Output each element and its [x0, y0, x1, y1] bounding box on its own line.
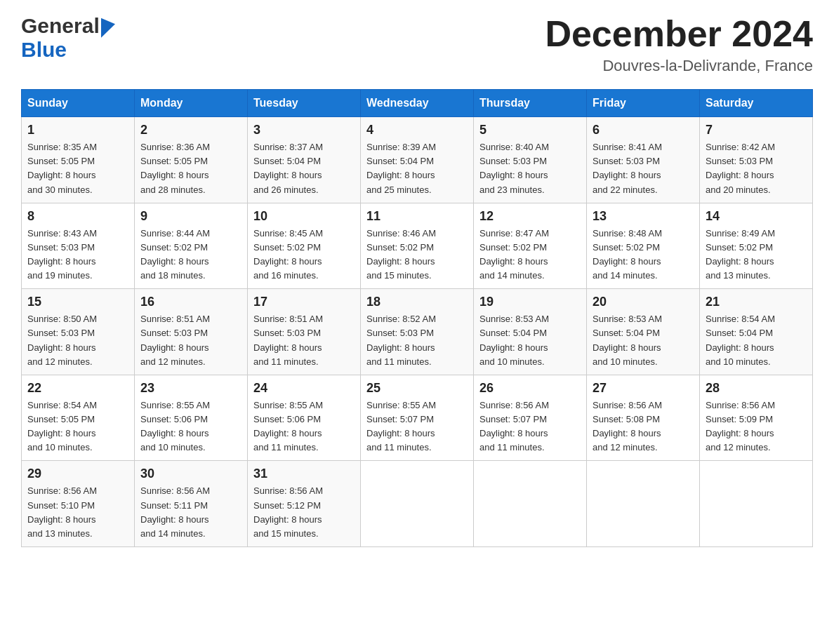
day-number: 2: [140, 123, 241, 137]
logo: General Blue: [21, 14, 115, 62]
day-info: Sunrise: 8:36 AMSunset: 5:05 PMDaylight:…: [140, 140, 241, 197]
day-number: 27: [593, 381, 694, 396]
calendar-cell: 17Sunrise: 8:51 AMSunset: 5:03 PMDayligh…: [248, 289, 361, 375]
day-number: 13: [593, 209, 694, 224]
day-info: Sunrise: 8:55 AMSunset: 5:07 PMDaylight:…: [366, 398, 468, 455]
day-info: Sunrise: 8:46 AMSunset: 5:02 PMDaylight:…: [366, 227, 468, 283]
day-number: 22: [27, 381, 128, 396]
day-info: Sunrise: 8:42 AMSunset: 5:03 PMDaylight:…: [706, 140, 807, 197]
month-title: December 2024: [545, 14, 813, 54]
day-info: Sunrise: 8:39 AMSunset: 5:04 PMDaylight:…: [366, 140, 468, 197]
calendar-cell: 10Sunrise: 8:45 AMSunset: 5:02 PMDayligh…: [248, 203, 361, 289]
header-monday: Monday: [135, 90, 248, 117]
calendar-cell: 25Sunrise: 8:55 AMSunset: 5:07 PMDayligh…: [361, 375, 474, 461]
calendar-cell: 26Sunrise: 8:56 AMSunset: 5:07 PMDayligh…: [474, 375, 587, 461]
day-info: Sunrise: 8:56 AMSunset: 5:09 PMDaylight:…: [706, 398, 807, 455]
day-number: 14: [706, 209, 807, 224]
day-info: Sunrise: 8:54 AMSunset: 5:05 PMDaylight:…: [27, 398, 128, 455]
logo-general-text: General: [21, 14, 100, 38]
day-info: Sunrise: 8:56 AMSunset: 5:08 PMDaylight:…: [593, 398, 694, 455]
day-info: Sunrise: 8:50 AMSunset: 5:03 PMDaylight:…: [27, 312, 128, 369]
day-number: 10: [253, 209, 355, 224]
day-number: 19: [479, 295, 581, 309]
day-info: Sunrise: 8:37 AMSunset: 5:04 PMDaylight:…: [253, 140, 355, 197]
calendar-cell: 2Sunrise: 8:36 AMSunset: 5:05 PMDaylight…: [135, 117, 248, 203]
calendar-cell: 30Sunrise: 8:56 AMSunset: 5:11 PMDayligh…: [135, 461, 248, 547]
day-number: 15: [27, 295, 128, 309]
calendar-cell: 4Sunrise: 8:39 AMSunset: 5:04 PMDaylight…: [361, 117, 474, 203]
header-thursday: Thursday: [474, 90, 587, 117]
calendar-cell: 15Sunrise: 8:50 AMSunset: 5:03 PMDayligh…: [22, 289, 135, 375]
day-info: Sunrise: 8:45 AMSunset: 5:02 PMDaylight:…: [253, 227, 355, 283]
day-number: 7: [706, 123, 807, 137]
calendar-cell: [474, 461, 587, 547]
calendar-cell: 7Sunrise: 8:42 AMSunset: 5:03 PMDaylight…: [700, 117, 813, 203]
calendar-cell: 12Sunrise: 8:47 AMSunset: 5:02 PMDayligh…: [474, 203, 587, 289]
day-info: Sunrise: 8:35 AMSunset: 5:05 PMDaylight:…: [27, 140, 128, 197]
location-title: Douvres-la-Delivrande, France: [545, 57, 813, 75]
day-info: Sunrise: 8:55 AMSunset: 5:06 PMDaylight:…: [140, 398, 241, 455]
calendar-cell: 14Sunrise: 8:49 AMSunset: 5:02 PMDayligh…: [700, 203, 813, 289]
day-info: Sunrise: 8:51 AMSunset: 5:03 PMDaylight:…: [140, 312, 241, 369]
calendar-cell: 8Sunrise: 8:43 AMSunset: 5:03 PMDaylight…: [22, 203, 135, 289]
calendar-cell: 3Sunrise: 8:37 AMSunset: 5:04 PMDaylight…: [248, 117, 361, 203]
calendar-cell: 11Sunrise: 8:46 AMSunset: 5:02 PMDayligh…: [361, 203, 474, 289]
week-row-5: 29Sunrise: 8:56 AMSunset: 5:10 PMDayligh…: [22, 461, 813, 547]
header-saturday: Saturday: [700, 90, 813, 117]
logo-general-row: General: [21, 14, 115, 38]
day-info: Sunrise: 8:53 AMSunset: 5:04 PMDaylight:…: [479, 312, 581, 369]
day-number: 20: [593, 295, 694, 309]
day-info: Sunrise: 8:52 AMSunset: 5:03 PMDaylight:…: [366, 312, 468, 369]
calendar-cell: 16Sunrise: 8:51 AMSunset: 5:03 PMDayligh…: [135, 289, 248, 375]
calendar-cell: [700, 461, 813, 547]
calendar-cell: [361, 461, 474, 547]
day-number: 18: [366, 295, 468, 309]
day-number: 5: [479, 123, 581, 137]
day-info: Sunrise: 8:41 AMSunset: 5:03 PMDaylight:…: [593, 140, 694, 197]
header-wednesday: Wednesday: [361, 90, 474, 117]
day-number: 1: [27, 123, 128, 137]
calendar-cell: 29Sunrise: 8:56 AMSunset: 5:10 PMDayligh…: [22, 461, 135, 547]
calendar-cell: 9Sunrise: 8:44 AMSunset: 5:02 PMDaylight…: [135, 203, 248, 289]
day-number: 8: [27, 209, 128, 224]
calendar-table: SundayMondayTuesdayWednesdayThursdayFrid…: [21, 89, 813, 547]
day-number: 12: [479, 209, 581, 224]
calendar-cell: 20Sunrise: 8:53 AMSunset: 5:04 PMDayligh…: [587, 289, 700, 375]
day-info: Sunrise: 8:56 AMSunset: 5:10 PMDaylight:…: [27, 484, 128, 541]
calendar-cell: 19Sunrise: 8:53 AMSunset: 5:04 PMDayligh…: [474, 289, 587, 375]
day-number: 3: [253, 123, 355, 137]
day-info: Sunrise: 8:48 AMSunset: 5:02 PMDaylight:…: [593, 227, 694, 283]
calendar-cell: 18Sunrise: 8:52 AMSunset: 5:03 PMDayligh…: [361, 289, 474, 375]
title-block: December 2024 Douvres-la-Delivrande, Fra…: [545, 14, 813, 75]
calendar-cell: 23Sunrise: 8:55 AMSunset: 5:06 PMDayligh…: [135, 375, 248, 461]
day-number: 24: [253, 381, 355, 396]
day-info: Sunrise: 8:55 AMSunset: 5:06 PMDaylight:…: [253, 398, 355, 455]
calendar-cell: 27Sunrise: 8:56 AMSunset: 5:08 PMDayligh…: [587, 375, 700, 461]
week-row-4: 22Sunrise: 8:54 AMSunset: 5:05 PMDayligh…: [22, 375, 813, 461]
calendar-header: SundayMondayTuesdayWednesdayThursdayFrid…: [22, 90, 813, 117]
header-friday: Friday: [587, 90, 700, 117]
day-info: Sunrise: 8:40 AMSunset: 5:03 PMDaylight:…: [479, 140, 581, 197]
day-number: 30: [140, 467, 241, 481]
calendar-cell: 31Sunrise: 8:56 AMSunset: 5:12 PMDayligh…: [248, 461, 361, 547]
calendar-cell: 21Sunrise: 8:54 AMSunset: 5:04 PMDayligh…: [700, 289, 813, 375]
day-info: Sunrise: 8:49 AMSunset: 5:02 PMDaylight:…: [706, 227, 807, 283]
day-number: 31: [253, 467, 355, 481]
calendar-body: 1Sunrise: 8:35 AMSunset: 5:05 PMDaylight…: [22, 117, 813, 547]
day-info: Sunrise: 8:51 AMSunset: 5:03 PMDaylight:…: [253, 312, 355, 369]
day-number: 23: [140, 381, 241, 396]
day-number: 6: [593, 123, 694, 137]
day-number: 28: [706, 381, 807, 396]
calendar-cell: 22Sunrise: 8:54 AMSunset: 5:05 PMDayligh…: [22, 375, 135, 461]
day-info: Sunrise: 8:56 AMSunset: 5:07 PMDaylight:…: [479, 398, 581, 455]
day-number: 29: [27, 467, 128, 481]
week-row-2: 8Sunrise: 8:43 AMSunset: 5:03 PMDaylight…: [22, 203, 813, 289]
week-row-1: 1Sunrise: 8:35 AMSunset: 5:05 PMDaylight…: [22, 117, 813, 203]
calendar-cell: 28Sunrise: 8:56 AMSunset: 5:09 PMDayligh…: [700, 375, 813, 461]
day-number: 11: [366, 209, 468, 224]
page-header: General Blue December 2024 Douvres-la-De…: [21, 14, 813, 75]
day-info: Sunrise: 8:54 AMSunset: 5:04 PMDaylight:…: [706, 312, 807, 369]
day-number: 17: [253, 295, 355, 309]
calendar-cell: 13Sunrise: 8:48 AMSunset: 5:02 PMDayligh…: [587, 203, 700, 289]
calendar-cell: 5Sunrise: 8:40 AMSunset: 5:03 PMDaylight…: [474, 117, 587, 203]
